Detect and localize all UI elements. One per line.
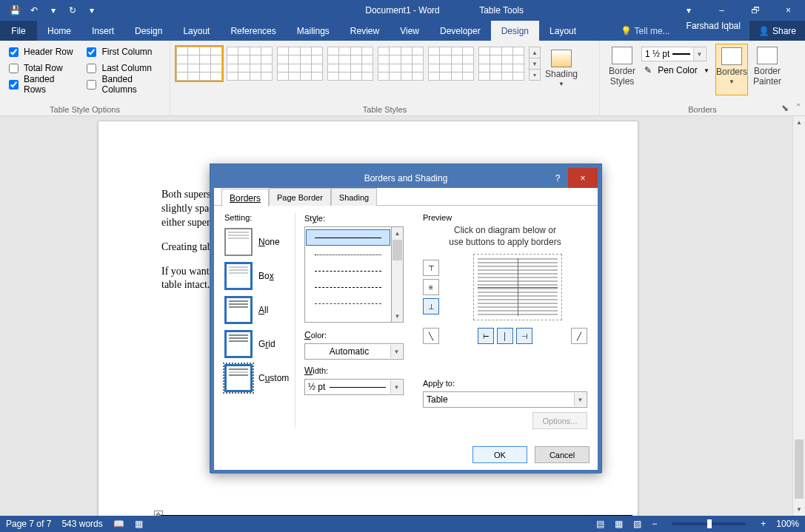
dialog-launcher-icon[interactable]: ⬊	[781, 103, 789, 113]
tab-mailings[interactable]: Mailings	[287, 21, 340, 41]
tell-me-search[interactable]: 💡 Tell me...	[613, 21, 678, 41]
save-button[interactable]: 💾	[6, 1, 24, 19]
minimize-button[interactable]: –	[705, 0, 738, 21]
table-style-item[interactable]	[277, 47, 323, 81]
close-button[interactable]: ×	[772, 0, 805, 21]
qat-more-1[interactable]: ▾	[44, 1, 62, 19]
table-style-item[interactable]	[478, 47, 524, 81]
style-item-dashed-fine[interactable]	[305, 263, 391, 279]
border-middle-v-button[interactable]: │	[497, 328, 513, 344]
tab-table-design[interactable]: Design	[491, 21, 539, 41]
dialog-tab-shading[interactable]: Shading	[331, 188, 377, 206]
border-bottom-button[interactable]: ⊥	[423, 298, 439, 314]
border-diag-up-button[interactable]: ╱	[571, 328, 587, 344]
style-scroll-down[interactable]: ▼	[392, 310, 403, 322]
style-scroll-up[interactable]: ▲	[392, 227, 403, 239]
check-header-row-input[interactable]	[9, 47, 19, 57]
tab-design-page[interactable]: Design	[124, 21, 173, 41]
scroll-up[interactable]: ▲	[793, 116, 805, 129]
pen-color-dropdown[interactable]: ✎Pen Color▼	[641, 63, 712, 78]
tab-layout-page[interactable]: Layout	[173, 21, 220, 41]
dialog-help-button[interactable]: ?	[549, 168, 567, 188]
style-scroll-thumb[interactable]	[393, 240, 402, 260]
scroll-thumb[interactable]	[795, 440, 804, 499]
table-style-item[interactable]	[327, 47, 373, 81]
tab-review[interactable]: Review	[340, 21, 390, 41]
check-banded-columns[interactable]: Banded Columns	[84, 76, 164, 92]
border-middle-h-button[interactable]: ≡	[423, 279, 439, 295]
tab-insert[interactable]: Insert	[81, 21, 124, 41]
check-first-column-input[interactable]	[87, 47, 96, 57]
setting-grid[interactable]: Grid	[224, 327, 290, 361]
tab-table-layout[interactable]: Layout	[539, 21, 587, 41]
qat-customize[interactable]: ▾	[83, 1, 101, 19]
gallery-up[interactable]: ▲	[530, 47, 540, 58]
table-style-item[interactable]	[176, 47, 222, 81]
ok-button[interactable]: OK	[472, 446, 527, 463]
check-banded-rows[interactable]: Banded Rows	[6, 76, 73, 92]
gallery-more[interactable]: ▾	[530, 70, 540, 80]
dialog-tab-page-border[interactable]: Page Border	[269, 188, 331, 206]
border-top-button[interactable]: ⊤	[423, 260, 439, 276]
vertical-scrollbar[interactable]: ▲ ▼	[792, 116, 805, 516]
dialog-close-button[interactable]: ×	[568, 168, 598, 188]
apply-to-dropdown[interactable]: Table ▼	[423, 391, 587, 408]
status-page[interactable]: Page 7 of 7	[6, 519, 51, 529]
style-scrollbar[interactable]: ▲ ▼	[391, 227, 403, 322]
status-wordcount[interactable]: 543 words	[61, 519, 102, 529]
zoom-slider-handle[interactable]	[707, 519, 712, 528]
user-name[interactable]: Farshad Iqbal	[678, 21, 749, 41]
check-header-row[interactable]: Header Row	[6, 44, 73, 60]
scroll-down[interactable]: ▼	[793, 503, 805, 516]
tab-home[interactable]: Home	[37, 21, 81, 41]
macro-icon[interactable]: ▦	[135, 519, 143, 529]
setting-box[interactable]: Box	[224, 259, 290, 293]
setting-all[interactable]: All	[224, 293, 290, 327]
scroll-track[interactable]	[793, 129, 805, 503]
gallery-scroll[interactable]: ▲▼▾	[529, 47, 541, 81]
share-button[interactable]: 👤 Share	[749, 21, 805, 41]
view-read-mode[interactable]: ▤	[596, 519, 604, 529]
check-first-column[interactable]: First Column	[84, 44, 164, 60]
spell-check-icon[interactable]: 📖	[113, 519, 124, 529]
style-item-dashed[interactable]	[305, 279, 391, 295]
restore-button[interactable]: 🗗	[738, 0, 772, 21]
check-last-column-input[interactable]	[87, 64, 96, 73]
zoom-percentage[interactable]: 100%	[776, 519, 799, 529]
check-banded-rows-input[interactable]	[9, 80, 19, 90]
zoom-slider[interactable]	[672, 522, 746, 525]
tab-references[interactable]: References	[220, 21, 286, 41]
tab-file[interactable]: File	[0, 21, 37, 41]
undo-button[interactable]: ↶	[25, 1, 43, 19]
shading-button[interactable]: Shading▼	[545, 47, 578, 98]
preview-diagram[interactable]	[473, 254, 562, 320]
style-listbox[interactable]: ▲ ▼	[304, 226, 404, 323]
view-print-layout[interactable]: ▦	[615, 519, 623, 529]
style-item-dash-dot[interactable]	[305, 295, 391, 312]
color-dropdown[interactable]: Automatic ▼	[304, 343, 404, 360]
collapse-ribbon-icon[interactable]: ˄	[796, 103, 801, 113]
gallery-down[interactable]: ▼	[530, 58, 540, 70]
check-total-row-input[interactable]	[9, 64, 19, 73]
dialog-tab-borders[interactable]: Borders	[221, 189, 269, 206]
cancel-button[interactable]: Cancel	[535, 446, 589, 463]
borders-dropdown-button[interactable]: Borders▼	[715, 44, 748, 95]
view-web-layout[interactable]: ▧	[633, 519, 641, 529]
border-painter-button[interactable]: Border Painter	[751, 44, 784, 95]
zoom-in[interactable]: +	[761, 519, 766, 529]
table-style-item[interactable]	[428, 47, 474, 81]
redo-button[interactable]: ↻	[64, 1, 81, 19]
tab-developer[interactable]: Developer	[430, 21, 491, 41]
style-item-solid[interactable]	[306, 229, 390, 246]
setting-none[interactable]: None	[224, 225, 290, 259]
table-style-item[interactable]	[378, 47, 424, 81]
zoom-out[interactable]: −	[652, 519, 657, 529]
ribbon-display-options[interactable]: ▾	[672, 0, 705, 21]
border-styles-button[interactable]: Border Styles	[606, 44, 638, 95]
check-banded-columns-input[interactable]	[87, 80, 96, 90]
dialog-titlebar[interactable]: Borders and Shading ? ×	[210, 164, 601, 188]
tab-view[interactable]: View	[390, 21, 430, 41]
border-left-button[interactable]: ⊢	[478, 328, 494, 344]
border-right-button[interactable]: ⊣	[516, 328, 532, 344]
table-style-item[interactable]	[227, 47, 273, 81]
